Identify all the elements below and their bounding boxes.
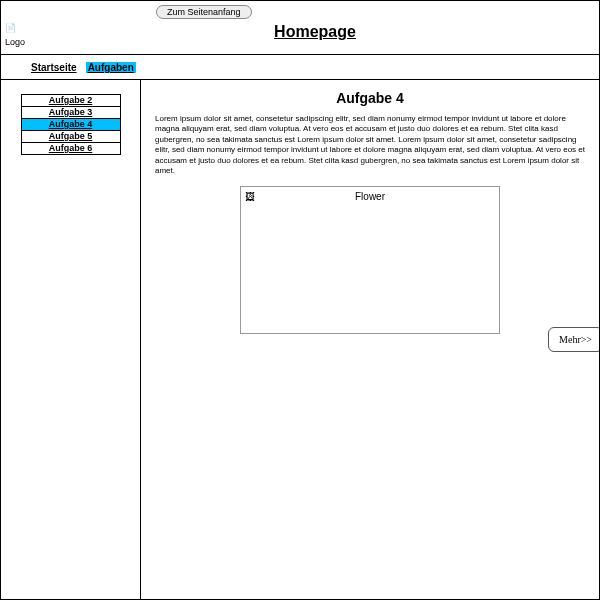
sidebar: Aufgabe 2 Aufgabe 3 Aufgabe 4 Aufgabe 5 … — [1, 80, 141, 599]
main-nav: Startseite Aufgaben — [1, 55, 599, 80]
nav-home[interactable]: Startseite — [31, 62, 77, 73]
sidebar-item-aufgabe-5[interactable]: Aufgabe 5 — [21, 131, 121, 143]
content-heading: Aufgabe 4 — [155, 90, 585, 106]
more-button[interactable]: Mehr>> — [548, 327, 599, 352]
site-title-link[interactable]: Homepage — [274, 23, 356, 40]
content-area: Aufgabe 4 Lorem ipsum dolor sit amet, co… — [141, 80, 599, 599]
nav-tasks[interactable]: Aufgaben — [86, 62, 136, 73]
content-image: Flower — [240, 186, 500, 334]
sidebar-item-aufgabe-2[interactable]: Aufgabe 2 — [21, 94, 121, 107]
content-paragraph: Lorem ipsum dolor sit amet, consetetur s… — [155, 114, 585, 176]
sidebar-item-aufgabe-4[interactable]: Aufgabe 4 — [21, 119, 121, 131]
sidebar-item-aufgabe-3[interactable]: Aufgabe 3 — [21, 107, 121, 119]
header: Logo Homepage — [1, 19, 599, 55]
logo-image: Logo — [5, 21, 33, 35]
scroll-top-button[interactable]: Zum Seitenanfang — [156, 5, 252, 19]
sidebar-item-aufgabe-6[interactable]: Aufgabe 6 — [21, 143, 121, 155]
